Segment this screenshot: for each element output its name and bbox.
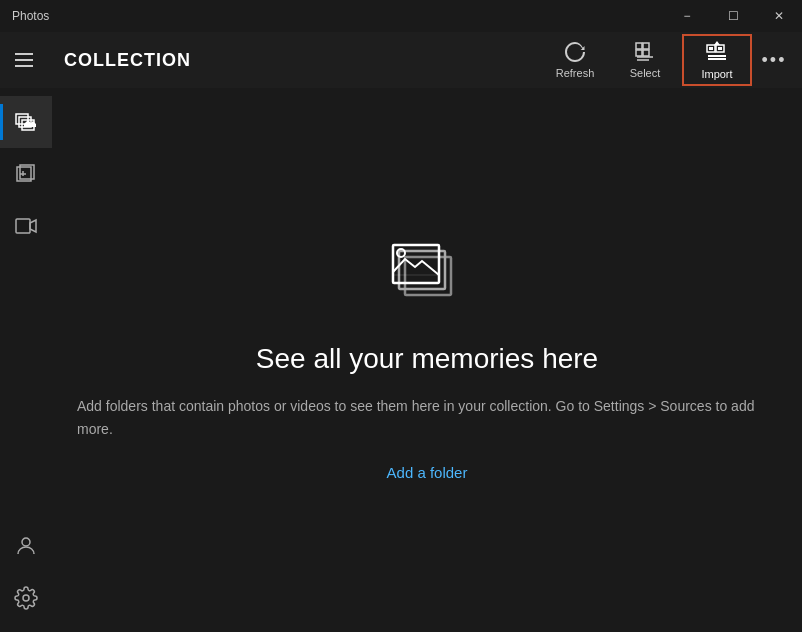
svg-rect-14 (718, 47, 722, 50)
main-content: See all your memories here Add folders t… (52, 88, 802, 632)
import-label: Import (701, 68, 732, 80)
select-label: Select (630, 67, 661, 79)
svg-rect-10 (708, 58, 726, 60)
sidebar-item-video-editor[interactable] (0, 200, 52, 252)
select-icon (635, 42, 655, 65)
svg-rect-6 (643, 50, 649, 56)
sidebar-item-collection[interactable] (0, 96, 52, 148)
app-title: Photos (12, 9, 49, 23)
refresh-icon (565, 42, 585, 65)
svg-point-26 (22, 538, 30, 546)
add-folder-button[interactable]: Add a folder (387, 464, 468, 481)
empty-state-icon (387, 239, 467, 319)
header-actions: Refresh Select (540, 32, 794, 88)
svg-point-27 (23, 595, 29, 601)
import-icon (706, 41, 728, 66)
svg-rect-1 (15, 59, 33, 61)
close-button[interactable]: ✕ (756, 0, 802, 32)
svg-rect-2 (15, 65, 33, 67)
empty-description: Add folders that contain photos or video… (77, 395, 777, 440)
refresh-button[interactable]: Refresh (540, 32, 610, 88)
video-icon (14, 214, 38, 238)
sidebar (0, 88, 52, 632)
collection-icon (14, 110, 38, 134)
more-button[interactable]: ••• (754, 32, 794, 88)
header-left: COLLECTION (0, 32, 191, 88)
albums-icon (14, 162, 38, 186)
app-container: COLLECTION Refresh (0, 32, 802, 632)
select-svg (635, 42, 655, 62)
import-button[interactable]: Import (682, 34, 752, 86)
refresh-svg (565, 42, 585, 62)
window-controls: − ☐ ✕ (664, 0, 802, 32)
maximize-button[interactable]: ☐ (710, 0, 756, 32)
more-icon: ••• (762, 50, 787, 71)
settings-icon (14, 586, 38, 610)
svg-rect-13 (709, 47, 713, 50)
import-svg (706, 41, 728, 63)
sidebar-bottom (0, 520, 52, 632)
title-bar: Photos − ☐ ✕ (0, 0, 802, 32)
svg-point-19 (27, 122, 30, 125)
select-button[interactable]: Select (610, 32, 680, 88)
empty-title: See all your memories here (256, 343, 598, 375)
sidebar-item-albums[interactable] (0, 148, 52, 200)
refresh-label: Refresh (556, 67, 595, 79)
sidebar-item-people[interactable] (0, 520, 52, 572)
sidebar-item-settings[interactable] (0, 572, 52, 624)
svg-rect-4 (643, 43, 649, 49)
svg-rect-0 (15, 53, 33, 55)
hamburger-button[interactable] (0, 32, 48, 88)
svg-rect-9 (708, 55, 726, 57)
header: COLLECTION Refresh (0, 32, 802, 88)
svg-rect-3 (636, 43, 642, 49)
hamburger-icon (15, 51, 33, 69)
svg-marker-25 (30, 220, 36, 232)
page-title: COLLECTION (64, 50, 191, 71)
svg-rect-24 (16, 219, 30, 233)
svg-rect-5 (636, 50, 642, 56)
svg-marker-15 (714, 41, 720, 45)
minimize-button[interactable]: − (664, 0, 710, 32)
people-icon (14, 534, 38, 558)
body: See all your memories here Add folders t… (0, 88, 802, 632)
